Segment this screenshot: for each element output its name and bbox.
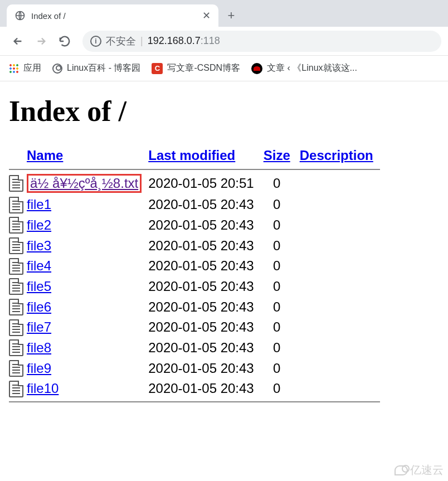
page-heading: Index of / [9, 95, 439, 128]
file-desc [300, 195, 380, 215]
file-icon [9, 381, 23, 397]
not-secure-label: 不安全 [106, 35, 136, 48]
col-desc[interactable]: Description [300, 148, 373, 163]
back-button[interactable] [7, 30, 29, 52]
file-link[interactable]: file1 [27, 197, 51, 212]
file-size: 0 [261, 172, 300, 195]
table-separator [9, 169, 380, 170]
file-size: 0 [261, 235, 300, 256]
file-modified: 2020-01-05 20:43 [148, 358, 261, 378]
file-icon [9, 175, 23, 192]
redhat-icon [251, 63, 262, 74]
file-link[interactable]: file2 [27, 217, 51, 232]
col-size[interactable]: Size [264, 148, 290, 163]
file-link[interactable]: ä½ å¥½çºå¸½8.txt [30, 176, 138, 191]
table-row: file12020-01-05 20:430 [9, 195, 380, 215]
bookmark-redhat-article[interactable]: 文章 ‹ 《Linux就该这... [251, 62, 357, 74]
apps-button[interactable]: 应用 [9, 62, 41, 74]
file-size: 0 [261, 378, 300, 399]
file-modified: 2020-01-05 20:43 [148, 256, 261, 276]
file-size: 0 [261, 338, 300, 358]
file-link[interactable]: file5 [27, 279, 51, 294]
table-row: file32020-01-05 20:430 [9, 235, 380, 256]
file-desc [300, 235, 380, 256]
file-link[interactable]: file4 [27, 258, 51, 273]
file-desc [300, 256, 380, 276]
tab-strip: Index of / ✕ + [0, 0, 448, 27]
table-row: file22020-01-05 20:430 [9, 215, 380, 236]
file-link[interactable]: file9 [27, 361, 51, 376]
file-desc [300, 172, 380, 195]
file-desc [300, 215, 380, 236]
url-port: :118 [201, 35, 220, 46]
file-desc [300, 338, 380, 358]
watermark-icon [395, 465, 408, 475]
file-icon [9, 258, 23, 275]
file-modified: 2020-01-05 20:43 [148, 317, 261, 338]
bookmarks-bar: 应用 Linux百科 - 博客园 C 写文章-CSDN博客 文章 ‹ 《Linu… [0, 56, 448, 81]
bookmark-label: 文章 ‹ 《Linux就该这... [267, 62, 357, 74]
file-link[interactable]: file7 [27, 319, 51, 334]
table-row: file52020-01-05 20:430 [9, 276, 380, 297]
user-icon [52, 64, 62, 74]
address-bar[interactable]: i 不安全 | 192.168.0.7:118 [82, 31, 441, 52]
file-size: 0 [261, 215, 300, 236]
highlight-box: ä½ å¥½çºå¸½8.txt [27, 174, 142, 193]
table-separator [9, 401, 380, 402]
tab-title: Index of / [31, 11, 197, 21]
watermark: 亿速云 [395, 463, 444, 478]
reload-button[interactable] [53, 30, 76, 52]
url-host: 192.168.0.7 [148, 35, 201, 46]
file-size: 0 [261, 317, 300, 338]
file-modified: 2020-01-05 20:43 [148, 195, 261, 215]
file-icon [9, 197, 23, 213]
file-size: 0 [261, 297, 300, 317]
globe-icon [14, 10, 26, 21]
toolbar: i 不安全 | 192.168.0.7:118 [0, 27, 448, 56]
col-modified[interactable]: Last modified [148, 148, 235, 163]
table-row: file62020-01-05 20:430 [9, 297, 380, 317]
table-header-row: Name Last modified Size Description [9, 144, 380, 167]
file-icon [9, 339, 23, 356]
file-link[interactable]: file10 [27, 381, 59, 396]
file-link[interactable]: file6 [27, 299, 51, 314]
table-row: file82020-01-05 20:430 [9, 338, 380, 358]
file-size: 0 [261, 256, 300, 276]
file-modified: 2020-01-05 20:43 [148, 297, 261, 317]
new-tab-button[interactable]: + [222, 6, 241, 25]
forward-button[interactable] [30, 30, 52, 52]
file-icon [9, 237, 23, 254]
bookmark-linux-blog[interactable]: Linux百科 - 博客园 [52, 62, 140, 74]
file-desc [300, 358, 380, 378]
file-link[interactable]: file8 [27, 340, 51, 355]
bookmark-label: 写文章-CSDN博客 [167, 62, 240, 74]
close-icon[interactable]: ✕ [202, 9, 211, 22]
table-row: file72020-01-05 20:430 [9, 317, 380, 338]
file-modified: 2020-01-05 20:43 [148, 235, 261, 256]
file-icon [9, 299, 23, 315]
apps-label: 应用 [23, 62, 41, 74]
bookmark-csdn[interactable]: C 写文章-CSDN博客 [152, 62, 240, 74]
table-row: file92020-01-05 20:430 [9, 358, 380, 378]
file-desc [300, 276, 380, 297]
file-desc [300, 317, 380, 338]
file-icon [9, 278, 23, 295]
file-size: 0 [261, 358, 300, 378]
file-size: 0 [261, 276, 300, 297]
csdn-icon: C [152, 63, 163, 74]
col-name[interactable]: Name [27, 148, 63, 163]
file-icon [9, 217, 23, 234]
watermark-text: 亿速云 [410, 463, 444, 478]
separator: | [140, 35, 143, 47]
browser-tab[interactable]: Index of / ✕ [7, 4, 218, 27]
table-row: file102020-01-05 20:430 [9, 378, 380, 399]
bookmark-label: Linux百科 - 博客园 [67, 62, 140, 74]
apps-icon [9, 64, 19, 74]
table-row: file42020-01-05 20:430 [9, 256, 380, 276]
file-icon [9, 360, 23, 377]
file-size: 0 [261, 195, 300, 215]
info-icon[interactable]: i [90, 36, 101, 47]
file-desc [300, 297, 380, 317]
file-link[interactable]: file3 [27, 238, 51, 253]
directory-listing-table: Name Last modified Size Description ä½ å… [9, 144, 380, 405]
